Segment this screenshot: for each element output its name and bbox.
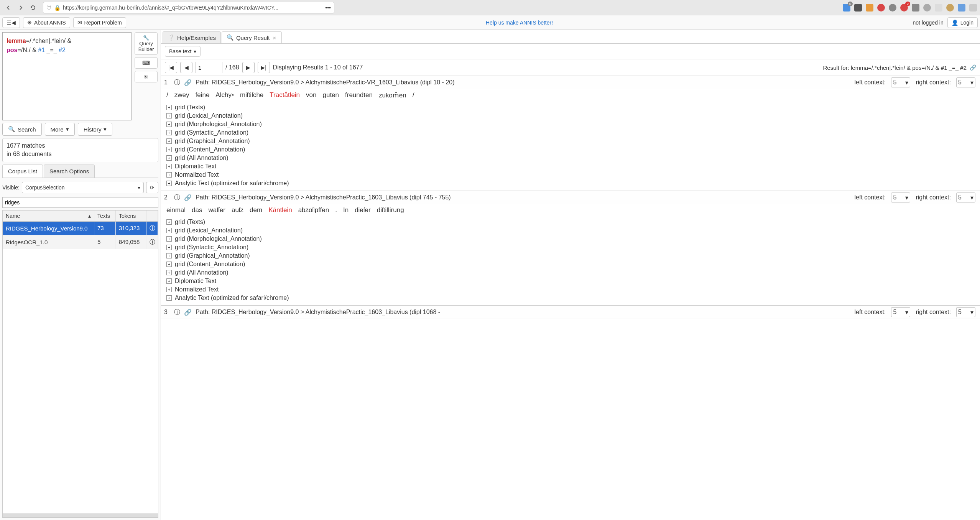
ext-icon-6[interactable]: 2 xyxy=(900,4,908,12)
copy-button[interactable]: ⎘ xyxy=(135,71,158,82)
right-context-select[interactable]: 5▾ xyxy=(956,307,975,317)
expand-icon[interactable]: + xyxy=(166,262,172,267)
expand-icon[interactable]: + xyxy=(166,181,172,186)
expand-icon[interactable]: + xyxy=(166,270,172,275)
forward-button[interactable] xyxy=(15,2,26,13)
left-context-select[interactable]: 5▾ xyxy=(891,193,910,202)
expand-icon[interactable]: + xyxy=(166,147,172,152)
ext-icon-2[interactable] xyxy=(854,4,862,12)
info-icon[interactable]: ⓘ xyxy=(174,79,180,87)
grid-toggle[interactable]: +grid (Lexical_Annotation) xyxy=(166,226,975,235)
search-button[interactable]: 🔍 Search xyxy=(2,123,42,136)
ext-icon-8[interactable] xyxy=(923,4,931,12)
more-button[interactable]: More ▾ xyxy=(45,123,75,136)
history-button[interactable]: History ▾ xyxy=(78,123,113,136)
expand-icon[interactable]: + xyxy=(166,138,172,144)
share-icon[interactable]: 🔗 xyxy=(184,79,192,86)
grid-toggle[interactable]: +grid (Texts) xyxy=(166,103,975,112)
expand-icon[interactable]: + xyxy=(166,245,172,250)
expand-icon[interactable]: + xyxy=(166,253,172,258)
help-link[interactable]: Help us make ANNIS better! xyxy=(486,20,553,26)
menu-icon[interactable] xyxy=(969,4,977,12)
info-icon[interactable]: ⓘ xyxy=(174,194,180,202)
ext-icon-7[interactable] xyxy=(912,4,919,12)
tab-search-options[interactable]: Search Options xyxy=(44,165,95,178)
info-button[interactable]: ⓘ xyxy=(146,222,158,235)
table-row[interactable]: RidgesOCR_1.0 5 849,058 ⓘ xyxy=(3,235,158,249)
expand-icon[interactable]: + xyxy=(166,164,172,169)
expand-icon[interactable]: + xyxy=(166,113,172,118)
report-button[interactable]: ✉ Report Problem xyxy=(73,17,126,28)
grid-toggle[interactable]: +grid (Content_Annotation) xyxy=(166,145,975,154)
ext-icon-10[interactable] xyxy=(946,4,954,12)
grid-toggle[interactable]: +grid (Content_Annotation) xyxy=(166,260,975,268)
ext-icon-1[interactable]: 0 xyxy=(843,4,850,12)
expand-icon[interactable]: + xyxy=(166,130,172,135)
last-page-button[interactable]: ▶| xyxy=(258,62,270,73)
share-icon[interactable]: 🔗 xyxy=(184,309,192,316)
grid-toggle[interactable]: +grid (Lexical_Annotation) xyxy=(166,112,975,120)
tab-help-examples[interactable]: ❔ Help/Examples xyxy=(163,31,221,43)
ext-icon-4[interactable] xyxy=(877,4,885,12)
info-button[interactable]: ⓘ xyxy=(146,235,158,249)
visible-select[interactable]: CorpusSelection ▾ xyxy=(22,182,144,193)
expand-icon[interactable]: + xyxy=(166,219,172,225)
about-button[interactable]: ✳ About ANNIS xyxy=(23,17,70,28)
login-button[interactable]: 👤 Login xyxy=(947,17,978,28)
tab-query-result[interactable]: 🔍 Query Result × xyxy=(222,31,282,43)
grid-toggle[interactable]: +Diplomatic Text xyxy=(166,277,975,285)
grid-toggle[interactable]: +Analytic Text (optimized for safari/chr… xyxy=(166,294,975,302)
info-icon[interactable]: ⓘ xyxy=(174,308,180,316)
next-page-button[interactable]: ▶ xyxy=(242,62,255,73)
sidebar-toggle[interactable]: ☰◀ xyxy=(2,17,20,28)
keyboard-button[interactable]: ⌨ xyxy=(135,57,158,69)
page-input[interactable] xyxy=(196,62,222,73)
results-list[interactable]: 1ⓘ🔗Path: RIDGES_Herbology_Version9.0 > A… xyxy=(161,76,980,520)
share-icon[interactable]: 🔗 xyxy=(184,194,192,201)
right-context-select[interactable]: 5▾ xyxy=(956,77,975,87)
more-icon[interactable]: ••• xyxy=(325,5,331,11)
grid-toggle[interactable]: +Normalized Text xyxy=(166,171,975,179)
expand-icon[interactable]: + xyxy=(166,228,172,233)
expand-icon[interactable]: + xyxy=(166,155,172,161)
grid-toggle[interactable]: +grid (All Annotation) xyxy=(166,154,975,162)
grid-toggle[interactable]: +Normalized Text xyxy=(166,285,975,294)
expand-icon[interactable]: + xyxy=(166,295,172,301)
refresh-button[interactable]: ⟳ xyxy=(146,182,158,193)
first-page-button[interactable]: |◀ xyxy=(165,62,177,73)
grid-toggle[interactable]: +grid (All Annotation) xyxy=(166,268,975,277)
close-tab-button[interactable]: × xyxy=(272,35,277,41)
base-text-select[interactable]: Base text ▾ xyxy=(165,46,201,57)
expand-icon[interactable]: + xyxy=(166,122,172,127)
grid-toggle[interactable]: +Analytic Text (optimized for safari/chr… xyxy=(166,179,975,188)
query-editor[interactable]: lemma=/.*chen|.*lein/ & pos=/N./ & #1 _=… xyxy=(2,32,132,120)
corpus-filter-input[interactable] xyxy=(2,197,158,208)
right-context-select[interactable]: 5▾ xyxy=(956,193,975,202)
col-name[interactable]: Name▴ xyxy=(3,211,94,221)
grid-toggle[interactable]: +grid (Syntactic_Annotation) xyxy=(166,128,975,137)
grid-toggle[interactable]: +grid (Graphical_Annotation) xyxy=(166,252,975,260)
grid-toggle[interactable]: +grid (Syntactic_Annotation) xyxy=(166,243,975,252)
prev-page-button[interactable]: ◀ xyxy=(180,62,192,73)
left-context-select[interactable]: 5▾ xyxy=(891,307,910,317)
grid-toggle[interactable]: +grid (Morphological_Annotation) xyxy=(166,235,975,243)
left-context-select[interactable]: 5▾ xyxy=(891,77,910,87)
query-builder-button[interactable]: 🔧 Query Builder xyxy=(135,32,158,55)
col-texts[interactable]: Texts xyxy=(94,211,116,221)
expand-icon[interactable]: + xyxy=(166,278,172,284)
ext-icon-9[interactable] xyxy=(935,4,942,12)
reload-button[interactable] xyxy=(28,2,38,13)
ext-icon-3[interactable] xyxy=(866,4,873,12)
expand-icon[interactable]: + xyxy=(166,287,172,292)
table-row[interactable]: RIDGES_Herbology_Version9.0 73 310,323 ⓘ xyxy=(3,222,158,235)
tab-corpus-list[interactable]: Corpus List xyxy=(2,165,43,178)
expand-icon[interactable]: + xyxy=(166,105,172,110)
expand-icon[interactable]: + xyxy=(166,172,172,178)
ext-icon-11[interactable] xyxy=(958,4,965,12)
grid-toggle[interactable]: +grid (Texts) xyxy=(166,218,975,226)
url-bar[interactable]: 🛡 🔒 https://korpling.german.hu-berlin.de… xyxy=(43,2,334,13)
horizontal-scrollbar[interactable] xyxy=(3,513,158,517)
grid-toggle[interactable]: +grid (Morphological_Annotation) xyxy=(166,120,975,128)
expand-icon[interactable]: + xyxy=(166,236,172,242)
share-button[interactable]: 🔗 xyxy=(970,64,976,71)
